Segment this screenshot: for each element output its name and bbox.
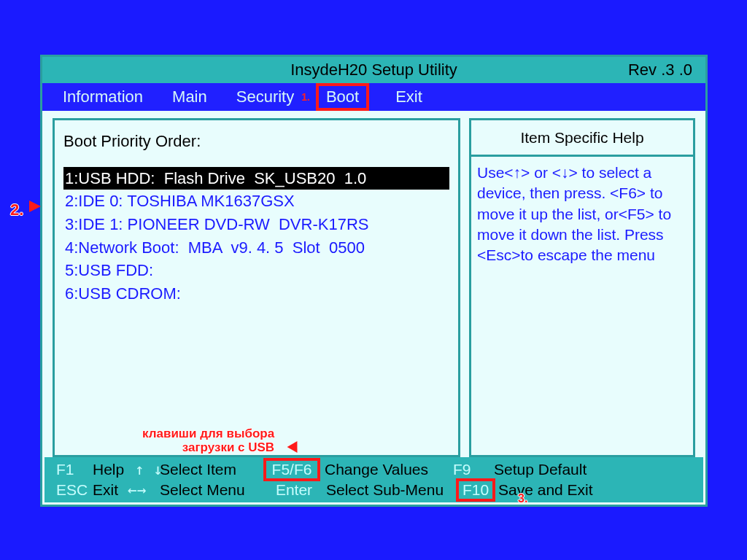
tab-boot[interactable]: Boot — [319, 86, 366, 108]
arrows-updown-icon: ↑ ↓ — [135, 461, 160, 478]
hint-select-submenu: Select Sub-Menu — [320, 481, 459, 499]
hint-exit: Exit — [93, 481, 128, 499]
utility-title: InsydeH20 Setup Utility — [42, 61, 705, 79]
annotation-marker-3: 3. — [518, 492, 527, 505]
utility-revision: Rev .3 .0 — [628, 61, 692, 79]
main-content: Boot Priority Order: 1:USB HDD: Flash Dr… — [42, 111, 705, 457]
help-title: Item Specific Help — [469, 118, 695, 155]
title-bar: InsydeH20 Setup Utility Rev .3 .0 — [42, 57, 705, 83]
boot-item-2[interactable]: 2:IDE 0: TOSHIBA MK1637GSX — [63, 190, 449, 213]
key-f5f6: F5/F6 — [266, 461, 317, 478]
hint-change-values: Change Values — [317, 461, 453, 478]
hint-setup-default: Setup Default — [494, 461, 587, 478]
hint-help: Help — [93, 461, 135, 478]
tab-bar: Information Main Security 1. Boot Exit — [42, 83, 705, 111]
boot-priority-heading: Boot Priority Order: — [63, 131, 449, 152]
tab-security[interactable]: Security — [236, 88, 294, 106]
key-f1: F1 — [56, 461, 93, 478]
annotation-usb-note-line1: клавиши для выбора — [142, 427, 274, 440]
annotation-marker-1: 1. — [301, 91, 310, 103]
boot-item-1[interactable]: 1:USB HDD: Flash Drive SK_USB20 1.0 — [63, 167, 449, 190]
key-f9: F9 — [453, 461, 494, 478]
tab-information[interactable]: Information — [63, 88, 143, 106]
key-f10: F10 — [459, 481, 492, 499]
tab-exit[interactable]: Exit — [395, 88, 422, 106]
hint-save-exit: Save and Exit — [492, 481, 593, 499]
boot-item-4[interactable]: 4:Network Boot: MBA v9. 4. 5 Slot 0500 — [63, 236, 449, 260]
hint-select-menu: Select Menu — [160, 481, 268, 499]
boot-item-6[interactable]: 6:USB CDROM: — [63, 282, 449, 306]
help-body: Use<↑> or <↓> to select a device, then p… — [469, 155, 695, 457]
annotation-usb-note-line2: загрузки с USB — [182, 440, 274, 454]
annotation-usb-note: клавиши для выбора загрузки с USB — [142, 427, 274, 454]
key-esc: ESC — [56, 481, 93, 499]
boot-priority-pane: Boot Priority Order: 1:USB HDD: Flash Dr… — [53, 118, 460, 457]
boot-item-5[interactable]: 5:USB FDD: — [63, 259, 449, 282]
annotation-arrow-2-icon — [29, 201, 41, 212]
annotation-marker-2: 2. — [10, 201, 23, 219]
arrows-leftright-icon: ←→ — [128, 481, 160, 499]
bios-window: InsydeH20 Setup Utility Rev .3 .0 Inform… — [40, 55, 708, 507]
footer-hints: F1 Help ↑ ↓ Select Item F5/F6 Change Val… — [44, 457, 703, 502]
boot-item-3[interactable]: 3:IDE 1: PIONEER DVD-RW DVR-K17RS — [63, 213, 449, 236]
key-enter: Enter — [268, 481, 320, 499]
help-pane: Item Specific Help Use<↑> or <↓> to sele… — [469, 118, 695, 457]
hint-select-item: Select Item — [160, 461, 266, 478]
tab-main[interactable]: Main — [172, 88, 207, 106]
